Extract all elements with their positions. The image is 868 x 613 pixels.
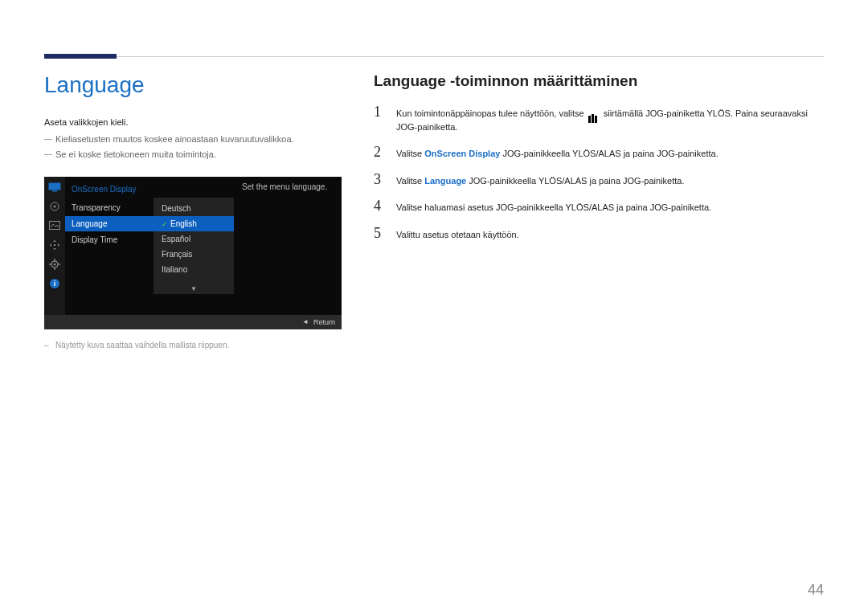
svg-point-3 [54,205,56,207]
step-text: Valittu asetus otetaan käyttöön. [396,228,519,242]
back-triangle-icon: ◄ [302,318,309,325]
step-2: 2 Valitse OnScreen Display JOG-painikkee… [374,145,824,161]
step-3: 3 Valitse Language JOG-painikkeella YLÖS… [374,172,824,188]
step-number: 5 [374,226,385,240]
svg-rect-1 [52,190,57,192]
osd-footer: ◄ Return [44,315,342,329]
target-icon [47,201,62,212]
osd-menu-item-selected: Language [65,216,154,231]
osd-info-text: Set the menu language. [234,177,342,315]
step-4: 4 Valitse haluamasi asetus JOG-painikkee… [374,198,824,215]
svg-rect-0 [49,183,60,190]
step-5: 5 Valittu asetus otetaan käyttöön. [374,226,824,242]
osd-sidebar: i [44,177,65,315]
step-number: 2 [374,145,385,159]
step-text: Kun toimintonäppäinopas tulee näyttöön, … [396,107,824,133]
subsection-title: Language -toiminnon määrittäminen [374,72,824,90]
step-number: 3 [374,172,385,186]
osd-header: OnScreen Display [65,182,154,200]
osd-option-list: Deutsch English Español Français Italian… [154,198,234,294]
steps-list: 1 Kun toimintonäppäinopas tulee näyttöön… [374,104,824,241]
svg-rect-5 [54,244,55,246]
menu-icon [588,109,600,119]
intro-text: Aseta valikkojen kieli. [44,116,342,129]
step-1: 1 Kun toimintonäppäinopas tulee näyttöön… [374,104,824,133]
svg-text:i: i [54,280,56,288]
osd-screenshot: i OnScreen Display Transparency Language… [44,177,342,329]
step-text: Valitse OnScreen Display JOG-painikkeell… [396,147,719,161]
osd-option-selected: English [154,216,234,231]
gear-icon [47,259,62,270]
note-2: Se ei koske tietokoneen muita toimintoja… [44,148,342,162]
osd-menu: OnScreen Display Transparency Language D… [65,177,154,315]
top-rule-accent [44,54,117,59]
step-number: 4 [374,198,385,213]
osd-return-label: Return [313,318,335,326]
osd-menu-item: Display Time [65,232,154,247]
svg-point-7 [54,263,56,265]
top-rule [44,56,824,57]
scroll-down-icon: ▼ [190,285,197,292]
osd-option: Français [154,247,234,262]
osd-option: Español [154,231,234,247]
note-1: Kieliasetusten muutos koskee ainoastaan … [44,133,342,147]
step-number: 1 [374,104,385,119]
step-text: Valitse Language JOG-painikkeella YLÖS/A… [396,174,685,188]
osd-menu-item: Transparency [65,200,154,215]
page-number: 44 [808,582,824,599]
osd-option: Italiano [154,262,234,277]
section-title: Language [44,72,342,98]
image-icon [47,220,62,231]
info-icon: i [47,278,62,289]
move-icon [47,239,62,251]
osd-option: Deutsch [154,201,234,216]
screenshot-footnote: Näytetty kuva saattaa vaihdella mallista… [44,339,342,351]
step-text: Valitse haluamasi asetus JOG-painikkeell… [396,201,711,215]
monitor-icon [47,182,62,193]
